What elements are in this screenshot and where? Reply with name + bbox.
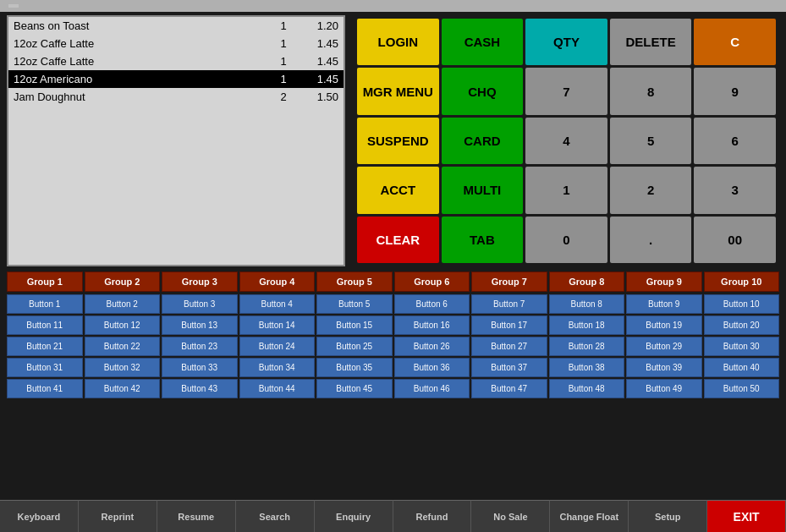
product-btn-32[interactable]: Button 32 [85,358,161,377]
order-list[interactable]: Beans on Toast 1 1.20 12oz Caffe Latte 1… [8,17,344,265]
bottom-btn-exit[interactable]: EXIT [707,500,786,532]
product-btn-43[interactable]: Button 43 [162,379,238,398]
product-btn-34[interactable]: Button 34 [239,358,316,377]
product-btn-41[interactable]: Button 41 [7,379,83,398]
product-btn-11[interactable]: Button 11 [7,315,83,335]
product-btn-10[interactable]: Button 10 [704,294,780,314]
product-btn-4[interactable]: Button 4 [239,294,316,314]
action-btn-n4[interactable]: 4 [525,118,607,164]
product-btn-23[interactable]: Button 23 [162,337,238,356]
product-btn-7[interactable]: Button 7 [471,294,547,314]
action-btn-n8[interactable]: 8 [610,68,692,114]
product-btn-49[interactable]: Button 49 [626,379,702,398]
product-btn-24[interactable]: Button 24 [239,337,316,356]
product-btn-44[interactable]: Button 44 [239,379,316,398]
bottom-btn-refund[interactable]: Refund [393,500,472,532]
action-btn-multi[interactable]: MULTI [442,167,524,213]
group-tab-10[interactable]: Group 10 [704,271,780,292]
group-tab-8[interactable]: Group 8 [549,271,625,292]
product-btn-12[interactable]: Button 12 [85,315,161,335]
product-btn-21[interactable]: Button 21 [7,337,83,356]
group-tab-5[interactable]: Group 5 [316,271,393,292]
product-btn-31[interactable]: Button 31 [7,358,83,377]
product-btn-33[interactable]: Button 33 [162,358,238,377]
bottom-btn-keyboard[interactable]: Keyboard [0,500,79,532]
product-btn-50[interactable]: Button 50 [704,379,780,398]
product-btn-19[interactable]: Button 19 [626,315,702,335]
product-btn-3[interactable]: Button 3 [162,294,238,314]
bottom-btn-enquiry[interactable]: Enquiry [315,500,393,532]
action-btn-cash[interactable]: CASH [442,19,524,65]
order-row[interactable]: 12oz Caffe Latte 1 1.45 [8,35,344,52]
product-btn-9[interactable]: Button 9 [626,294,702,314]
product-btn-36[interactable]: Button 36 [394,358,470,377]
action-btn-c[interactable]: C [694,19,776,65]
action-btn-card[interactable]: CARD [442,118,524,164]
product-btn-37[interactable]: Button 37 [471,358,547,377]
action-btn-tab[interactable]: TAB [442,217,524,263]
group-tab-7[interactable]: Group 7 [471,271,547,292]
product-btn-17[interactable]: Button 17 [471,315,547,335]
action-btn-dot[interactable]: . [610,217,692,263]
action-btn-n2[interactable]: 2 [610,167,692,213]
product-btn-16[interactable]: Button 16 [394,315,470,335]
action-btn-qty[interactable]: QTY [525,19,607,65]
bottom-btn-reprint[interactable]: Reprint [79,500,157,532]
action-btn-n00[interactable]: 00 [694,217,776,263]
group-tab-3[interactable]: Group 3 [162,271,238,292]
group-tab-2[interactable]: Group 2 [85,271,161,292]
action-btn-suspend[interactable]: SUSPEND [357,118,439,164]
product-btn-8[interactable]: Button 8 [549,294,625,314]
action-btn-login[interactable]: LOGIN [357,19,439,65]
product-btn-18[interactable]: Button 18 [549,315,625,335]
order-row[interactable]: 12oz Americano 1 1.45 [8,70,344,88]
product-btn-6[interactable]: Button 6 [394,294,470,314]
group-tab-9[interactable]: Group 9 [626,271,702,292]
action-btn-n1[interactable]: 1 [525,167,607,213]
action-btn-delete[interactable]: DELETE [610,19,692,65]
product-btn-20[interactable]: Button 20 [704,315,780,335]
product-btn-14[interactable]: Button 14 [239,315,316,335]
product-btn-47[interactable]: Button 47 [471,379,547,398]
product-btn-13[interactable]: Button 13 [162,315,238,335]
product-btn-48[interactable]: Button 48 [549,379,625,398]
action-btn-n5[interactable]: 5 [610,118,692,164]
bottom-btn-search[interactable]: Search [236,500,315,532]
product-btn-15[interactable]: Button 15 [316,315,393,335]
product-btn-46[interactable]: Button 46 [394,379,470,398]
action-btn-n9[interactable]: 9 [694,68,776,114]
product-btn-35[interactable]: Button 35 [316,358,393,377]
action-btn-n0[interactable]: 0 [525,217,607,263]
action-btn-acct[interactable]: ACCT [357,167,439,213]
action-btn-chq[interactable]: CHQ [442,68,524,114]
product-btn-1[interactable]: Button 1 [7,294,83,314]
product-btn-2[interactable]: Button 2 [85,294,161,314]
bottom-btn-change-float[interactable]: Change Float [550,500,629,532]
product-btn-28[interactable]: Button 28 [549,337,625,356]
order-row[interactable]: 12oz Caffe Latte 1 1.45 [8,52,344,70]
group-tab-6[interactable]: Group 6 [394,271,470,292]
action-btn-mgr_menu[interactable]: MGR MENU [357,68,439,114]
action-btn-n3[interactable]: 3 [694,167,776,213]
group-tab-1[interactable]: Group 1 [7,271,83,292]
product-btn-45[interactable]: Button 45 [316,379,393,398]
action-btn-n6[interactable]: 6 [694,118,776,164]
order-row[interactable]: Beans on Toast 1 1.20 [8,17,344,35]
action-btn-clear[interactable]: CLEAR [357,217,439,263]
product-btn-26[interactable]: Button 26 [394,337,470,356]
bottom-btn-resume[interactable]: Resume [157,500,236,532]
product-btn-30[interactable]: Button 30 [704,337,780,356]
product-btn-25[interactable]: Button 25 [316,337,393,356]
product-btn-39[interactable]: Button 39 [626,358,702,377]
product-btn-38[interactable]: Button 38 [549,358,625,377]
product-btn-5[interactable]: Button 5 [316,294,393,314]
group-tab-4[interactable]: Group 4 [239,271,316,292]
product-btn-29[interactable]: Button 29 [626,337,702,356]
order-row[interactable]: Jam Doughnut 2 1.50 [8,88,344,106]
bottom-btn-no-sale[interactable]: No Sale [471,500,550,532]
action-btn-n7[interactable]: 7 [525,68,607,114]
product-btn-27[interactable]: Button 27 [471,337,547,356]
product-btn-42[interactable]: Button 42 [85,379,161,398]
product-btn-40[interactable]: Button 40 [704,358,780,377]
bottom-btn-setup[interactable]: Setup [629,500,707,532]
